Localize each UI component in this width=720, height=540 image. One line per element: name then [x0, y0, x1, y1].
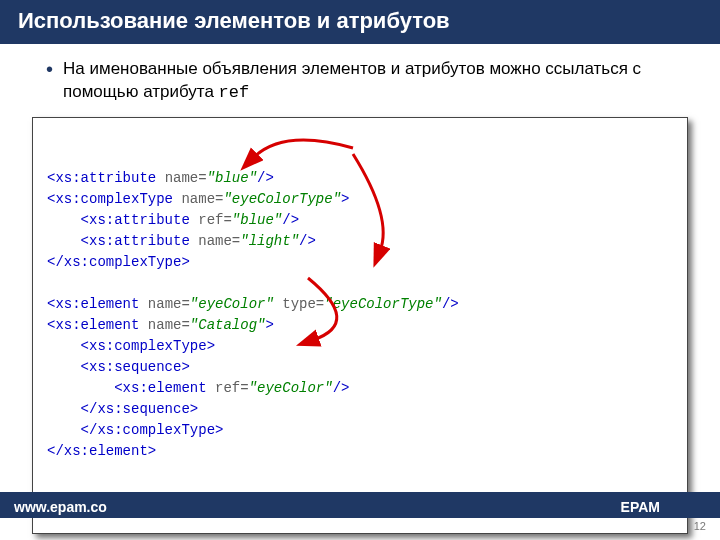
code-token: <xs:element: [47, 380, 215, 396]
code-token: />: [257, 170, 274, 186]
code-line: </xs:complexType>: [47, 420, 673, 441]
code-line: <xs:complexType>: [47, 336, 673, 357]
code-line: <xs:complexType name="eyeColorType">: [47, 189, 673, 210]
bullet-item: • На именованные объявления элементов и …: [46, 58, 680, 105]
code-line: <xs:attribute name="blue"/>: [47, 168, 673, 189]
code-line: </xs:sequence>: [47, 399, 673, 420]
code-line: [47, 273, 673, 294]
code-token: <xs:element: [47, 317, 148, 333]
code-token: </xs:complexType>: [47, 254, 190, 270]
code-line: </xs:complexType>: [47, 252, 673, 273]
bullet-code: ref: [219, 83, 250, 102]
footer-bar: www.epam.co EPAM: [0, 492, 720, 518]
code-token: </xs:complexType>: [47, 422, 223, 438]
code-token: "eyeColorType": [324, 296, 442, 312]
code-token: />: [333, 380, 350, 396]
code-token: name=: [198, 233, 240, 249]
code-token: "eyeColor": [190, 296, 282, 312]
slide: Использование элементов и атрибутов • На…: [0, 0, 720, 540]
bullet-text: На именованные объявления элементов и ат…: [63, 59, 641, 101]
code-line: </xs:element>: [47, 441, 673, 462]
code-token: >: [341, 191, 349, 207]
code-token: >: [265, 317, 273, 333]
footer-url[interactable]: www.epam.co: [14, 499, 107, 515]
code-token: type=: [282, 296, 324, 312]
code-line: <xs:attribute ref="blue"/>: [47, 210, 673, 231]
code-line: <xs:element ref="eyeColor"/>: [47, 378, 673, 399]
code-token: "eyeColorType": [223, 191, 341, 207]
code-token: name=: [148, 317, 190, 333]
code-token: "blue": [232, 212, 282, 228]
code-line: <xs:attribute name="light"/>: [47, 231, 673, 252]
code-token: "blue": [207, 170, 257, 186]
code-token: name=: [148, 296, 190, 312]
code-line: <xs:element name="eyeColor" type="eyeCol…: [47, 294, 673, 315]
code-token: <xs:attribute: [47, 233, 198, 249]
page-title: Использование элементов и атрибутов: [0, 0, 720, 44]
code-token: <xs:sequence>: [47, 359, 190, 375]
page-number: 12: [694, 520, 706, 532]
code-token: "eyeColor": [249, 380, 333, 396]
code-token: ref=: [198, 212, 232, 228]
bullet-list: • На именованные объявления элементов и …: [0, 44, 720, 115]
code-line: <xs:sequence>: [47, 357, 673, 378]
code-token: <xs:attribute: [47, 212, 198, 228]
code-token: />: [299, 233, 316, 249]
code-token: <xs:complexType: [47, 191, 181, 207]
arrow-icon: [253, 140, 353, 158]
code-token: "Catalog": [190, 317, 266, 333]
code-token: name=: [165, 170, 207, 186]
footer-brand: EPAM: [621, 499, 660, 515]
code-token: name=: [181, 191, 223, 207]
code-token: ref=: [215, 380, 249, 396]
code-line: <xs:element name="Catalog">: [47, 315, 673, 336]
code-token: <xs:element: [47, 296, 148, 312]
code-box: <xs:attribute name="blue"/><xs:complexTy…: [32, 117, 688, 534]
title-text: Использование элементов и атрибутов: [18, 8, 450, 33]
bullet-marker-icon: •: [46, 58, 53, 80]
code-token: "light": [240, 233, 299, 249]
bullet-text-wrap: На именованные объявления элементов и ат…: [63, 58, 680, 105]
code-token: />: [442, 296, 459, 312]
code-content: <xs:attribute name="blue"/><xs:complexTy…: [47, 168, 673, 462]
code-token: </xs:sequence>: [47, 401, 198, 417]
code-token: />: [282, 212, 299, 228]
code-token: <xs:attribute: [47, 170, 165, 186]
code-token: <xs:complexType>: [47, 338, 215, 354]
code-token: </xs:element>: [47, 443, 156, 459]
